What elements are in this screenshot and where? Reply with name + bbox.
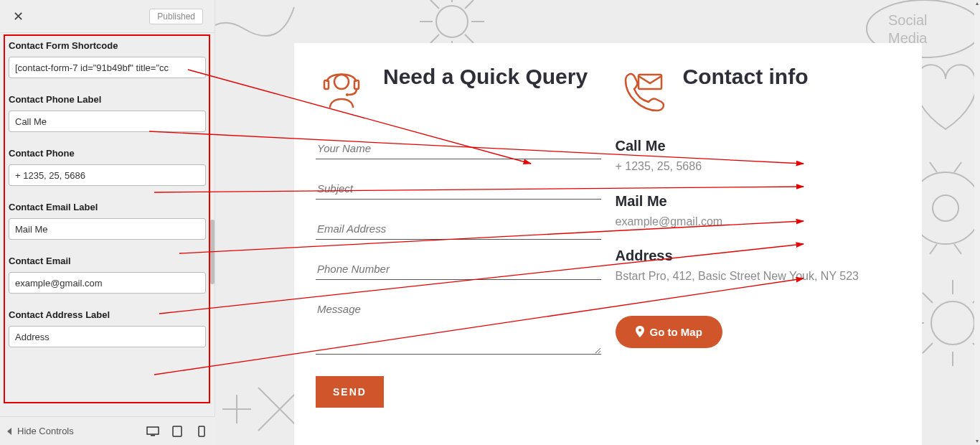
input-contact-address-label[interactable]: [9, 326, 206, 347]
pin-icon: [636, 326, 644, 337]
field-label: Contact Phone Label: [9, 94, 206, 105]
preview-area: SocialMedia: [215, 0, 974, 445]
info-address-value: Bstart Pro, 412, Basic Street New Youk, …: [616, 267, 901, 286]
customizer-fields: Contact Form Shortcode Contact Phone Lab…: [0, 33, 215, 412]
query-column: Need a Quick Query SEND: [316, 65, 601, 408]
form-subject-input[interactable]: [316, 178, 601, 200]
panel-scrollbar[interactable]: [209, 33, 215, 412]
form-phone-input[interactable]: [316, 258, 601, 280]
form-email-input[interactable]: [316, 218, 601, 240]
field-label: Contact Address Label: [9, 309, 206, 320]
hide-controls-button[interactable]: Hide Controls: [7, 426, 74, 436]
info-phone-value: + 1235, 25, 5686: [616, 157, 901, 176]
field-contact-email-label: Contact Email Label: [9, 202, 206, 240]
field-label: Contact Form Shortcode: [9, 40, 206, 51]
svg-point-4: [436, 6, 468, 37]
field-contact-phone: Contact Phone: [9, 148, 206, 186]
mobile-icon[interactable]: [195, 426, 208, 436]
hide-controls-label: Hide Controls: [17, 426, 74, 436]
input-contact-form-shortcode[interactable]: [9, 57, 206, 78]
info-phone-label: Call Me: [616, 138, 901, 154]
chevron-left-icon: [7, 428, 11, 435]
window-scrollbar[interactable]: ▴ ▾: [974, 0, 980, 445]
field-contact-email: Contact Email: [9, 256, 206, 294]
svg-point-8: [931, 301, 974, 345]
svg-point-14: [346, 93, 349, 96]
input-contact-phone-label[interactable]: [9, 111, 206, 132]
field-label: Contact Email Label: [9, 202, 206, 212]
info-email-value: example@gmail.com: [616, 212, 901, 231]
form-name-input[interactable]: [316, 138, 601, 159]
svg-point-10: [933, 195, 958, 221]
device-preview-toggles: [146, 426, 208, 436]
info-phone: Call Me + 1235, 25, 5686: [616, 138, 901, 176]
map-button-label: Go to Map: [650, 326, 702, 338]
contact-heading: Contact info: [683, 65, 809, 90]
field-contact-form-shortcode: Contact Form Shortcode: [9, 40, 206, 78]
customizer-panel: ✕ Published Contact Form Shortcode Conta…: [0, 0, 215, 445]
headset-person-icon: [316, 65, 367, 116]
svg-rect-3: [199, 426, 204, 436]
input-contact-phone[interactable]: [9, 164, 206, 186]
content-card: Need a Quick Query SEND: [294, 43, 922, 445]
close-icon[interactable]: ✕: [7, 6, 29, 27]
contact-info-column: Contact info Call Me + 1235, 25, 5686 Ma…: [616, 65, 901, 408]
svg-point-11: [334, 75, 349, 89]
input-contact-email-label[interactable]: [9, 218, 206, 240]
input-contact-email[interactable]: [9, 272, 206, 294]
field-label: Contact Email: [9, 256, 206, 266]
send-button[interactable]: SEND: [316, 376, 384, 408]
svg-rect-2: [173, 426, 182, 436]
customizer-footer: Hide Controls: [0, 416, 215, 445]
info-email-label: Mail Me: [616, 193, 901, 210]
svg-rect-15: [639, 75, 661, 89]
phone-mail-icon: [616, 65, 667, 116]
go-to-map-button[interactable]: Go to Map: [616, 316, 722, 348]
form-message-input[interactable]: [316, 299, 601, 355]
query-heading: Need a Quick Query: [383, 65, 588, 90]
svg-text:Social: Social: [888, 12, 927, 28]
published-badge[interactable]: Published: [149, 9, 203, 24]
customizer-header: ✕ Published: [0, 0, 215, 33]
field-contact-address-label: Contact Address Label: [9, 309, 206, 347]
field-label: Contact Phone: [9, 148, 206, 159]
desktop-icon[interactable]: [146, 426, 159, 436]
info-address-label: Address: [616, 248, 901, 264]
scroll-up-icon[interactable]: ▴: [974, 0, 980, 7]
info-address: Address Bstart Pro, 412, Basic Street Ne…: [616, 248, 901, 286]
tablet-icon[interactable]: [171, 426, 184, 436]
svg-rect-0: [147, 427, 159, 434]
scroll-down-icon[interactable]: ▾: [974, 438, 980, 445]
svg-rect-1: [151, 435, 155, 436]
info-email: Mail Me example@gmail.com: [616, 193, 901, 231]
field-contact-phone-label: Contact Phone Label: [9, 94, 206, 132]
